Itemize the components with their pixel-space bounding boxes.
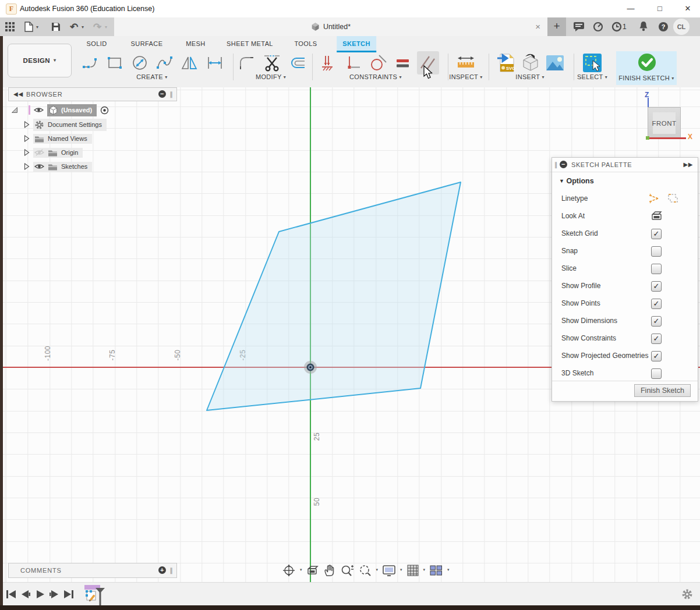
undo-icon[interactable]: ↶ xyxy=(70,21,78,33)
timeline-skip-start-button[interactable] xyxy=(5,588,17,600)
timeline-settings-gear-icon[interactable] xyxy=(681,588,693,600)
save-icon[interactable] xyxy=(51,22,61,31)
browser-minimize-icon[interactable]: − xyxy=(158,90,166,98)
viewcube-front-face[interactable]: FRONT xyxy=(648,107,681,139)
browser-grip-handle[interactable]: ∥ xyxy=(170,88,174,101)
snap-checkbox[interactable] xyxy=(651,246,662,257)
tab-mesh[interactable]: MESH xyxy=(180,36,211,51)
document-root-item[interactable]: (Unsaved) xyxy=(47,104,97,116)
tab-solid[interactable]: SOLID xyxy=(80,36,112,51)
app-grid-menu-icon[interactable] xyxy=(5,22,15,31)
expand-arrow-icon[interactable] xyxy=(24,121,30,128)
trim-tool-icon[interactable] xyxy=(261,51,283,75)
3d-sketch-checkbox[interactable] xyxy=(651,368,662,379)
spline-tool-icon[interactable] xyxy=(154,51,176,75)
constraint-fix-icon[interactable] xyxy=(317,51,339,75)
expand-arrow-icon[interactable] xyxy=(24,163,30,170)
constraint-coincident-icon[interactable] xyxy=(342,51,364,75)
sketch-canvas[interactable]: -100 -75 -50 -25 25 50 ◀◀ BROWSER − ∥ xyxy=(3,87,700,582)
timeline-step-back-button[interactable] xyxy=(19,588,32,600)
constraint-equal-icon[interactable] xyxy=(392,51,414,75)
inspect-group-label[interactable]: INSPECT ▾ xyxy=(449,73,482,80)
workspace-selector[interactable]: DESIGN▾ xyxy=(8,44,72,77)
insert-svg-icon[interactable]: SVG xyxy=(494,51,517,75)
viewports-icon[interactable] xyxy=(429,564,443,577)
constraint-tangent-icon[interactable] xyxy=(367,51,390,75)
browser-collapse-icon[interactable]: ◀◀ xyxy=(13,88,23,101)
select-group-label[interactable]: SELECT ▾ xyxy=(577,73,607,80)
measure-tool-icon[interactable] xyxy=(455,51,477,75)
expand-arrow-icon[interactable] xyxy=(24,149,30,156)
expand-arrow-icon[interactable] xyxy=(24,135,30,142)
modify-group-label[interactable]: MODIFY ▾ xyxy=(256,73,286,80)
visibility-hidden-eye-icon[interactable] xyxy=(34,149,44,156)
maximize-button[interactable]: □ xyxy=(648,0,672,17)
orbit-icon[interactable] xyxy=(282,563,296,577)
redo-icon[interactable]: ↷ xyxy=(93,21,101,33)
show-projected-geometries-checkbox[interactable] xyxy=(651,351,662,361)
palette-minimize-icon[interactable]: − xyxy=(560,161,567,168)
tab-sheet-metal[interactable]: SHEET METAL xyxy=(221,36,279,51)
document-tab[interactable]: Untitled* × xyxy=(114,17,547,36)
browser-item-named-views[interactable]: Named Views xyxy=(24,133,92,144)
create-group-label[interactable]: CREATE ▾ xyxy=(136,73,167,80)
constraints-group-label[interactable]: CONSTRAINTS ▾ xyxy=(349,73,402,80)
timeline-step-forward-button[interactable] xyxy=(48,588,61,600)
minimize-button[interactable]: — xyxy=(618,0,643,17)
zoom-window-caret-icon[interactable]: ▾ xyxy=(376,568,379,572)
comments-grip-handle[interactable]: ∥ xyxy=(170,563,174,577)
sketch-palette-header[interactable]: ∥ − SKETCH PALETTE ▶▶ xyxy=(552,158,698,172)
display-settings-icon[interactable] xyxy=(382,564,396,577)
show-profile-checkbox[interactable] xyxy=(651,281,662,292)
sketch-profile[interactable] xyxy=(207,182,461,410)
options-section-header[interactable]: ▼ Options xyxy=(552,172,698,186)
sketch-grid-checkbox[interactable] xyxy=(651,229,662,239)
show-points-checkbox[interactable] xyxy=(651,299,662,309)
timeline-play-button[interactable] xyxy=(34,588,47,600)
circle-tool-icon[interactable] xyxy=(129,51,151,75)
tab-sketch[interactable]: SKETCH xyxy=(337,36,376,51)
browser-item-origin[interactable]: Origin xyxy=(24,147,83,158)
comments-bar[interactable]: COMMENTS + ∥ xyxy=(8,563,177,578)
grid-settings-caret-icon[interactable]: ▾ xyxy=(423,568,426,572)
look-at-icon[interactable] xyxy=(651,211,663,221)
look-at-nav-icon[interactable] xyxy=(306,565,319,576)
palette-collapse-icon[interactable]: ▶▶ xyxy=(683,158,693,172)
slice-checkbox[interactable] xyxy=(651,264,662,274)
construction-linetype-icon[interactable] xyxy=(646,193,659,204)
tab-surface[interactable]: SURFACE xyxy=(125,36,169,51)
timeline-skip-end-button[interactable] xyxy=(62,588,75,600)
new-document-tab-button[interactable]: + xyxy=(547,17,566,36)
projection-linetype-icon[interactable] xyxy=(666,193,678,204)
display-settings-caret-icon[interactable]: ▾ xyxy=(400,568,402,572)
expanded-arrow-icon[interactable] xyxy=(11,107,18,114)
document-tab-close-icon[interactable]: × xyxy=(535,17,540,36)
sketch-dimension-icon[interactable] xyxy=(204,51,226,75)
undo-caret-icon[interactable]: ▾ xyxy=(82,24,84,30)
help-icon[interactable]: ? xyxy=(658,22,669,32)
new-file-caret-icon[interactable]: ▾ xyxy=(36,24,38,30)
new-file-icon[interactable] xyxy=(24,22,33,32)
browser-panel-header[interactable]: ◀◀ BROWSER − ∥ xyxy=(8,87,177,101)
insert-canvas-icon[interactable] xyxy=(544,51,566,75)
origin-point[interactable] xyxy=(304,361,317,374)
finish-sketch-button[interactable]: FINISH SKETCH ▾ xyxy=(616,51,677,85)
fillet-tool-icon[interactable] xyxy=(236,51,258,75)
add-comment-icon[interactable]: + xyxy=(158,566,166,574)
offset-tool-icon[interactable] xyxy=(287,51,309,75)
palette-grip-handle[interactable]: ∥ xyxy=(554,158,558,172)
visibility-eye-icon[interactable] xyxy=(34,107,44,114)
tab-tools[interactable]: TOOLS xyxy=(288,36,323,51)
zoom-window-icon[interactable] xyxy=(358,564,372,577)
pan-hand-icon[interactable] xyxy=(323,564,336,577)
extensions-icon[interactable] xyxy=(593,22,603,32)
visibility-eye-icon[interactable] xyxy=(34,163,44,170)
comments-feed-icon[interactable] xyxy=(573,22,585,32)
close-button[interactable]: ✕ xyxy=(676,0,700,17)
show-constraints-checkbox[interactable] xyxy=(651,334,662,344)
rectangle-tool-icon[interactable] xyxy=(104,51,126,75)
show-dimensions-checkbox[interactable] xyxy=(651,316,662,327)
timeline-position-marker[interactable] xyxy=(94,587,106,605)
orbit-caret-icon[interactable]: ▾ xyxy=(300,568,302,572)
insert-decal-icon[interactable] xyxy=(519,51,542,75)
